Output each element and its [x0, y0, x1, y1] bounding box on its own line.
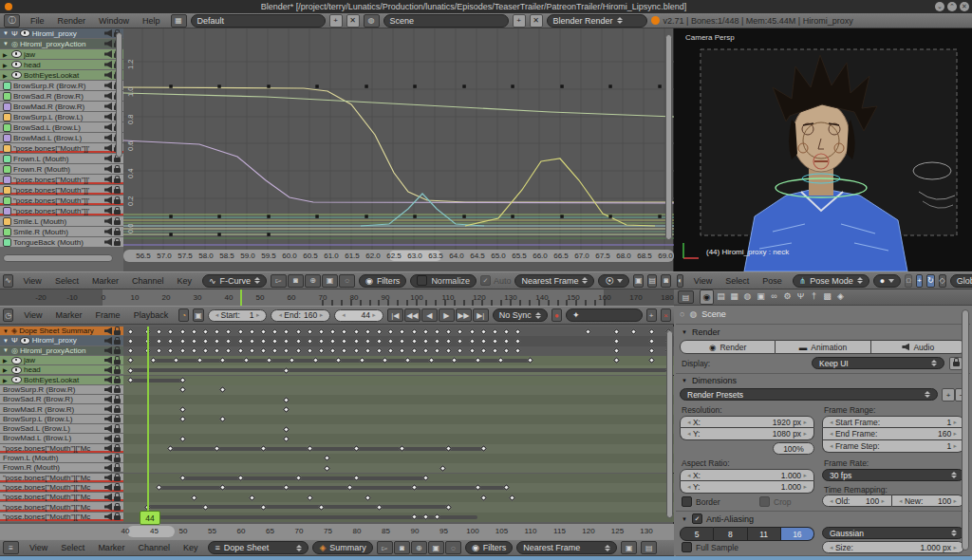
expand-triangle-icon[interactable]: ▶ [3, 62, 9, 68]
tab-render-layers[interactable]: ▤ [715, 289, 727, 303]
expand-triangle-icon[interactable]: ▼ [3, 30, 9, 36]
dope-channel[interactable]: BrowSad.R (Brow.R) [0, 395, 123, 403]
mute-speaker-icon[interactable] [104, 50, 112, 58]
dope-channel[interactable]: "pose.bones["Mouth"]["Mc [0, 502, 123, 511]
dope-channel[interactable]: ▶jaw [0, 356, 123, 364]
keyframe-square[interactable] [217, 215, 221, 218]
fcurve-channel[interactable]: "pose.bones["Mouth"]]' [0, 143, 123, 153]
fcurve-channel[interactable]: ▶BothEyesLookat [0, 70, 123, 80]
resolution-y-field[interactable]: ◂ Y: 1080 px ▸ [680, 428, 814, 440]
jump-end-button[interactable]: ▶| [473, 308, 489, 322]
add-scene-button[interactable]: + [513, 14, 526, 28]
keyframe-square[interactable] [658, 215, 662, 218]
lock-icon[interactable] [114, 447, 121, 452]
editor-type-fcurve-icon[interactable]: ∿ [3, 274, 13, 288]
lock-icon[interactable] [114, 220, 121, 225]
minimize-button[interactable]: ⌄ [935, 2, 944, 11]
lock-icon[interactable] [114, 369, 121, 374]
keyframe-square[interactable] [267, 233, 271, 236]
play-reverse-button[interactable]: ◀ [421, 308, 438, 322]
mute-speaker-icon[interactable] [104, 503, 112, 511]
mute-speaker-icon[interactable] [104, 123, 112, 131]
dope-channel[interactable]: "pose.bones["Mouth"]["Mc [0, 483, 123, 492]
mute-speaker-icon[interactable] [104, 357, 112, 364]
full-sample-checkbox[interactable] [682, 542, 692, 552]
viewport-3d[interactable]: Camera Persp (44) Hiromi_proxy : neck ◐ … [674, 28, 972, 289]
tab-render[interactable]: ◉ [700, 289, 714, 305]
lock-icon[interactable] [114, 340, 121, 345]
mute-speaker-icon[interactable] [104, 92, 112, 100]
mute-speaker-icon[interactable] [104, 71, 112, 79]
animation-button[interactable]: ▬Animation [776, 340, 870, 354]
keyframe-square[interactable] [413, 215, 417, 218]
viewport-menu-select[interactable]: Select [719, 276, 756, 286]
lock-icon[interactable] [114, 399, 121, 403]
dope-channel[interactable]: Frown.R (Mouth) [0, 463, 123, 472]
fcurve-filters-button[interactable]: ◉ Filters [359, 274, 406, 288]
dope-channel[interactable]: BrowSurp.R (Brow.R) [0, 385, 123, 394]
lock-icon[interactable] [114, 379, 121, 383]
fcurve-channel[interactable]: Smile.R (Mouth) [0, 227, 123, 236]
tab-data[interactable]: Ψ [794, 289, 807, 303]
keyframe-square[interactable] [364, 84, 368, 88]
manipulator-scale-icon[interactable]: ◇ [939, 274, 946, 288]
tab-constraints[interactable]: ∞ [768, 289, 780, 303]
border-checkbox[interactable] [682, 496, 692, 507]
tab-physics[interactable]: ◈ [834, 289, 847, 303]
lock-icon[interactable] [114, 330, 121, 335]
aa-sample-11[interactable]: 11 [748, 527, 781, 541]
editor-type-3dview-icon[interactable]: ◐ [677, 274, 683, 288]
cursor-tool-icon[interactable]: ▻ [377, 541, 393, 554]
dope-channel[interactable]: Frown.L (Mouth) [0, 454, 123, 462]
fcurve-graph-area[interactable]: 56.557.057.558.058.559.059.560.060.561.0… [123, 28, 674, 271]
fcurve-menu-select[interactable]: Select [48, 276, 85, 286]
delete-layout-button[interactable]: ✕ [346, 14, 360, 28]
keyframe-square[interactable] [608, 84, 612, 88]
copy-keys-icon[interactable]: ▣ [428, 541, 444, 554]
eye-icon[interactable] [11, 376, 22, 383]
fcurve-channel[interactable]: BrowMad.R (Brow.R) [0, 102, 123, 111]
fcurve-channel[interactable]: ▶head [0, 60, 123, 69]
lock-icon[interactable] [114, 408, 121, 413]
render-panel-title[interactable]: ▼ Render [682, 327, 720, 337]
mute-speaker-icon[interactable] [104, 444, 112, 452]
expand-triangle-icon[interactable]: ▶ [3, 72, 9, 79]
fcurve-channel[interactable]: Frown.R (Mouth) [0, 164, 123, 174]
tab-modifiers[interactable]: ⚙ [781, 289, 794, 303]
delete-scene-button[interactable]: ✕ [530, 14, 543, 28]
maximize-button[interactable]: ⌃ [947, 2, 957, 11]
mute-speaker-icon[interactable] [104, 513, 112, 520]
expand-triangle-icon[interactable]: ▶ [3, 377, 9, 383]
dope-filters-button[interactable]: ◉ Filters [465, 541, 513, 554]
eye-icon[interactable] [11, 61, 22, 68]
tab-bone[interactable]: † [808, 289, 820, 303]
keyframe-square[interactable] [658, 84, 662, 88]
audio-button[interactable]: Audio [871, 340, 966, 354]
start-frame-field[interactable]: ◂ Start: 1 ▸ [208, 309, 268, 322]
fcurve-channel[interactable]: Smile.L (Mouth) [0, 216, 123, 226]
aa-sample-5[interactable]: 5 [680, 527, 714, 541]
shading-select[interactable]: ● [873, 274, 901, 288]
timeline-menu-view[interactable]: View [17, 310, 48, 320]
fcurve-channel[interactable]: BrowSad.L (Brow.L) [0, 122, 123, 132]
summary-toggle[interactable]: ◈ Summary [312, 541, 372, 554]
dope-menu-channel[interactable]: Channel [131, 543, 177, 552]
dope-channel[interactable]: BrowMad.L (Brow.L) [0, 434, 123, 442]
mute-speaker-icon[interactable] [104, 425, 112, 433]
tab-scene[interactable]: ▦ [728, 289, 740, 303]
mute-speaker-icon[interactable] [104, 113, 112, 121]
keyframe-square[interactable] [511, 84, 514, 88]
fcurve-list-vscrollbar[interactable] [116, 32, 122, 158]
copy-curves-icon[interactable]: ▣ [322, 274, 338, 288]
mute-speaker-icon[interactable] [104, 228, 112, 235]
mute-speaker-icon[interactable] [104, 29, 112, 37]
mute-speaker-icon[interactable] [104, 396, 112, 403]
resolution-x-field[interactable]: ◂ X: 1920 px ▸ [680, 416, 814, 428]
mute-speaker-icon[interactable] [104, 217, 112, 225]
lock-icon[interactable] [114, 158, 121, 162]
dope-channel[interactable]: "pose.bones["Mouth"]["Mc [0, 493, 123, 501]
dope-channel[interactable]: "pose.bones["Mouth"]["Mc [0, 444, 123, 453]
fcurve-menu-marker[interactable]: Marker [85, 276, 125, 286]
keyframe-square[interactable] [315, 84, 319, 88]
tab-object[interactable]: ▣ [755, 289, 767, 303]
